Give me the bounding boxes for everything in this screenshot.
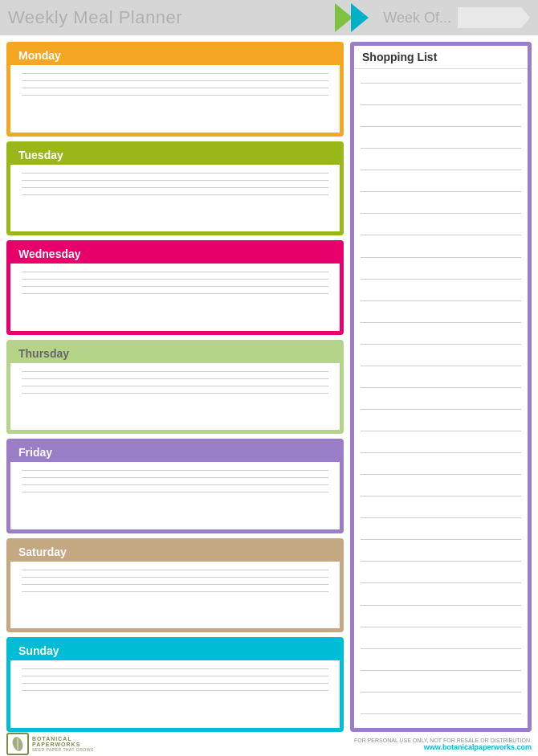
- shopping-line-11: [361, 300, 521, 301]
- thursday-label: Thursday: [10, 344, 340, 363]
- main-content: Monday Tuesday Wednesday: [0, 35, 538, 732]
- shopping-line-24: [361, 582, 521, 583]
- wednesday-line-4: [22, 293, 328, 294]
- tuesday-label: Tuesday: [10, 145, 340, 165]
- thursday-body: [10, 363, 340, 407]
- shopping-line-22: [361, 539, 521, 540]
- friday-label: Friday: [10, 443, 340, 462]
- app-title: Weekly Meal Planner: [8, 7, 335, 28]
- tuesday-line-2: [22, 180, 328, 181]
- shopping-line-1: [361, 83, 521, 84]
- footer-url: www.botanicalpaperworks.com: [354, 743, 532, 751]
- shopping-list-body: [354, 69, 528, 728]
- monday-block: Monday: [6, 42, 344, 137]
- shopping-line-7: [361, 213, 521, 214]
- arrow-cyan-icon: [351, 3, 369, 32]
- friday-line-2: [22, 477, 328, 478]
- sunday-line-2: [22, 676, 328, 676]
- shopping-line-14: [361, 366, 521, 366]
- friday-body: [10, 462, 340, 505]
- tuesday-body: [10, 165, 340, 208]
- friday-line-4: [22, 492, 328, 492]
- monday-line-1: [22, 73, 328, 74]
- monday-line-2: [22, 80, 328, 81]
- header: Weekly Meal Planner Week Of...: [0, 0, 538, 35]
- monday-label: Monday: [10, 46, 340, 65]
- shopping-line-21: [361, 517, 521, 518]
- shopping-line-30: [361, 713, 521, 714]
- week-of-input[interactable]: [458, 7, 530, 28]
- shopping-line-12: [361, 322, 521, 323]
- logo-botanical-text: BOTANICAL: [32, 736, 94, 742]
- sunday-label: Sunday: [10, 641, 340, 660]
- botanical-logo-icon: [6, 733, 29, 755]
- logo-paperworks-text: PAPERWORKS: [32, 742, 94, 747]
- saturday-block: Saturday: [6, 538, 344, 633]
- monday-line-4: [22, 95, 328, 96]
- saturday-line-4: [22, 591, 328, 592]
- shopping-line-27: [361, 648, 521, 649]
- wednesday-line-2: [22, 279, 328, 280]
- thursday-line-1: [22, 371, 328, 372]
- friday-block: Friday: [6, 439, 344, 533]
- botanical-leaf-icon: [10, 736, 26, 752]
- shopping-line-18: [361, 452, 521, 453]
- days-column: Monday Tuesday Wednesday: [6, 42, 344, 732]
- arrow-green-icon: [335, 3, 353, 32]
- shopping-line-9: [361, 257, 521, 258]
- shopping-line-29: [361, 692, 521, 693]
- saturday-label: Saturday: [10, 542, 340, 562]
- shopping-list-column: Shopping List: [350, 42, 532, 732]
- sunday-line-4: [22, 690, 328, 691]
- wednesday-line-1: [22, 272, 328, 272]
- friday-line-1: [22, 470, 328, 471]
- logo-tagline-text: SEED PAPER THAT GROWS: [32, 747, 94, 752]
- shopping-line-8: [361, 235, 521, 235]
- shopping-line-19: [361, 474, 521, 475]
- friday-line-3: [22, 484, 328, 485]
- footer-disclaimer: FOR PERSONAL USE ONLY, NOT FOR RESALE OR…: [354, 738, 532, 743]
- thursday-line-3: [22, 386, 328, 386]
- sunday-line-1: [22, 668, 328, 669]
- shopping-line-5: [361, 170, 521, 170]
- shopping-line-10: [361, 279, 521, 280]
- shopping-line-28: [361, 670, 521, 671]
- shopping-line-6: [361, 191, 521, 192]
- logo-text: BOTANICAL PAPERWORKS SEED PAPER THAT GRO…: [32, 736, 94, 752]
- thursday-line-2: [22, 378, 328, 379]
- shopping-line-16: [361, 409, 521, 410]
- wednesday-label: Wednesday: [10, 244, 340, 264]
- shopping-line-23: [361, 561, 521, 562]
- shopping-line-2: [361, 104, 521, 105]
- week-of-label: Week Of...: [383, 10, 451, 27]
- tuesday-line-3: [22, 187, 328, 188]
- sunday-block: Sunday: [6, 637, 344, 732]
- footer-logo: BOTANICAL PAPERWORKS SEED PAPER THAT GRO…: [6, 733, 94, 755]
- shopping-line-25: [361, 605, 521, 606]
- wednesday-block: Wednesday: [6, 240, 344, 335]
- footer: BOTANICAL PAPERWORKS SEED PAPER THAT GRO…: [0, 732, 538, 756]
- shopping-line-3: [361, 126, 521, 127]
- tuesday-line-4: [22, 194, 328, 195]
- shopping-line-20: [361, 496, 521, 497]
- shopping-line-4: [361, 148, 521, 149]
- saturday-line-2: [22, 577, 328, 578]
- shopping-line-15: [361, 387, 521, 388]
- shopping-line-17: [361, 431, 521, 431]
- shopping-line-13: [361, 344, 521, 345]
- tuesday-block: Tuesday: [6, 141, 344, 236]
- tuesday-line-1: [22, 173, 328, 174]
- shopping-line-26: [361, 627, 521, 627]
- arrow-decoration: [335, 3, 375, 32]
- saturday-body: [10, 562, 340, 605]
- thursday-line-4: [22, 393, 328, 394]
- wednesday-line-3: [22, 286, 328, 287]
- sunday-body: [10, 660, 340, 704]
- wednesday-body: [10, 264, 340, 307]
- monday-body: [10, 65, 340, 108]
- footer-right: FOR PERSONAL USE ONLY, NOT FOR RESALE OR…: [354, 738, 532, 751]
- saturday-line-3: [22, 584, 328, 585]
- thursday-block: Thursday: [6, 340, 344, 435]
- sunday-line-3: [22, 683, 328, 684]
- monday-line-3: [22, 88, 328, 88]
